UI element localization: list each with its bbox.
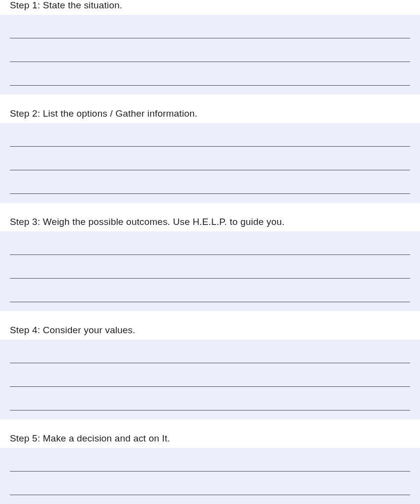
step-5-section: Step 5: Make a decision and act on It. bbox=[0, 433, 420, 504]
step-3-line-1[interactable] bbox=[10, 231, 410, 255]
step-4-heading: Step 4: Consider your values. bbox=[0, 325, 420, 340]
step-3-line-3[interactable] bbox=[10, 279, 410, 302]
step-4-section: Step 4: Consider your values. bbox=[0, 325, 420, 419]
step-2-line-3[interactable] bbox=[10, 170, 410, 194]
step-5-line-2[interactable] bbox=[10, 472, 410, 495]
step-1-line-1[interactable] bbox=[10, 15, 410, 38]
step-1-line-3[interactable] bbox=[10, 62, 410, 86]
step-4-line-3[interactable] bbox=[10, 387, 410, 410]
step-2-line-1[interactable] bbox=[10, 123, 410, 147]
step-1-section: Step 1: State the situation. bbox=[0, 0, 420, 94]
step-1-line-2[interactable] bbox=[10, 38, 410, 62]
step-2-input-area bbox=[0, 123, 420, 203]
step-4-line-2[interactable] bbox=[10, 363, 410, 387]
step-2-section: Step 2: List the options / Gather inform… bbox=[0, 108, 420, 203]
step-3-line-2[interactable] bbox=[10, 255, 410, 279]
step-5-heading: Step 5: Make a decision and act on It. bbox=[0, 433, 420, 448]
step-3-section: Step 3: Weigh the possible outcomes. Use… bbox=[0, 217, 420, 311]
step-1-heading: Step 1: State the situation. bbox=[0, 0, 420, 15]
step-1-input-area bbox=[0, 15, 420, 94]
step-2-heading: Step 2: List the options / Gather inform… bbox=[0, 108, 420, 123]
step-3-heading: Step 3: Weigh the possible outcomes. Use… bbox=[0, 217, 420, 231]
step-5-line-1[interactable] bbox=[10, 448, 410, 472]
decision-worksheet: Step 1: State the situation. Step 2: Lis… bbox=[0, 0, 420, 504]
step-4-line-1[interactable] bbox=[10, 340, 410, 363]
step-2-line-2[interactable] bbox=[10, 147, 410, 170]
step-4-input-area bbox=[0, 340, 420, 419]
step-3-input-area bbox=[0, 231, 420, 311]
step-5-input-area bbox=[0, 448, 420, 504]
